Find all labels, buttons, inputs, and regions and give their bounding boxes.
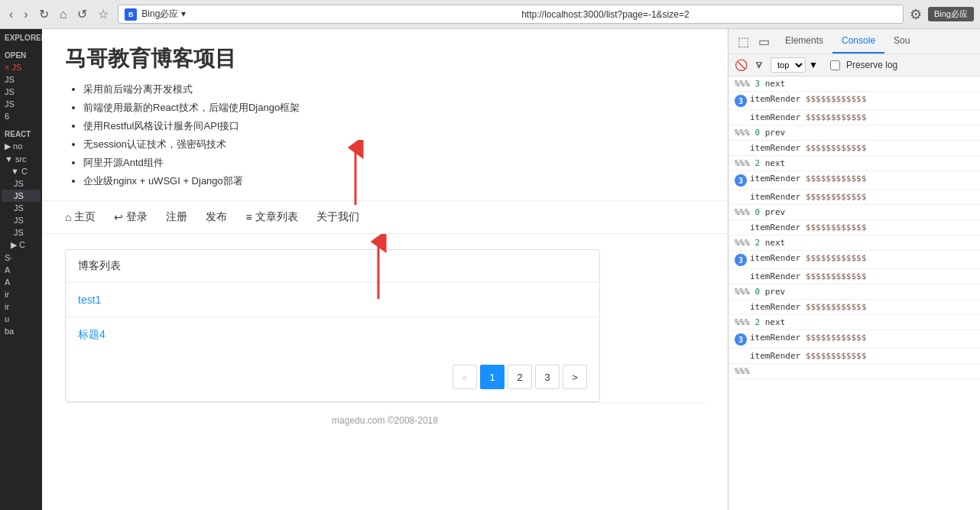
forward-button[interactable]: › xyxy=(21,6,31,23)
preserve-log-checkbox[interactable] xyxy=(830,60,840,70)
nav-register-label: 注册 xyxy=(166,210,187,224)
login-icon: ↩ xyxy=(114,211,123,223)
devtools-device-icon[interactable]: ▭ xyxy=(755,30,773,54)
console-text-12: itemRender $$$$$$$$$$$$ xyxy=(735,271,974,281)
sidebar-item-0[interactable]: × JS xyxy=(2,61,41,73)
sidebar-item-1[interactable]: JS xyxy=(2,73,41,86)
sidebar-item-no[interactable]: ▶ no xyxy=(2,140,41,153)
devtools-select-icon[interactable]: ⬚ xyxy=(735,30,752,54)
console-text-9: itemRender $$$$$$$$$$$$ xyxy=(735,223,974,232)
sidebar-item-a1[interactable]: A xyxy=(2,264,41,276)
webpage-nav: ⌂ 主页 ↩ 登录 注册 发布 ≡ 文章列表 关于我们 xyxy=(42,201,728,234)
sidebar-tree: REACT ▶ no ▼ src ▼ C JS JS JS JS JS ▶ C … xyxy=(0,125,42,340)
blog-item-1: 标题4 xyxy=(66,317,599,352)
webpage-footer: magedu.com ©2008-2018 xyxy=(65,402,705,438)
tab-console[interactable]: Console xyxy=(832,29,884,54)
console-text-3: %%% 0 prev xyxy=(735,128,974,138)
address-prefix: Bing必应 ▾ xyxy=(141,8,517,21)
undo-button[interactable]: ↺ xyxy=(74,5,90,23)
back-button[interactable]: ‹ xyxy=(6,6,16,23)
pagination-next[interactable]: > xyxy=(563,365,587,389)
nav-articles-label: 文章列表 xyxy=(255,210,298,224)
sidebar-item-js5[interactable]: JS xyxy=(2,226,41,239)
nav-buttons: ‹ › ↻ ⌂ ↺ ☆ xyxy=(6,5,112,23)
console-text-0: %%% 3 next xyxy=(735,79,974,89)
feature-item-3: 无session认证技术，强密码技术 xyxy=(83,138,705,151)
extension-icon-button[interactable]: ⚙ xyxy=(910,6,922,23)
console-context-select[interactable]: top xyxy=(771,57,806,73)
sidebar-item-js2[interactable]: JS xyxy=(2,190,41,202)
nav-login[interactable]: ↩ 登录 xyxy=(114,210,148,224)
red-arrow-up-bottom xyxy=(363,234,394,303)
console-row-3: %%% 0 prev xyxy=(729,125,980,141)
sidebar-item-ir1[interactable]: ir xyxy=(2,288,41,300)
sidebar-item-c2[interactable]: ▶ C xyxy=(2,239,41,252)
console-row-13: %%% 0 prev xyxy=(729,284,980,300)
sidebar-item-c1[interactable]: ▼ C xyxy=(2,165,41,177)
console-row-6: 3 itemRender $$$$$$$$$$$$ xyxy=(729,171,980,190)
console-clear-icon[interactable]: 🚫 xyxy=(735,59,748,71)
bing-favicon: B xyxy=(125,8,137,21)
blog-link-0[interactable]: test1 xyxy=(78,294,101,306)
console-filter: top ▼ xyxy=(771,57,818,73)
console-filter-icon[interactable]: ⛛ xyxy=(754,59,764,71)
sidebar-item-u[interactable]: u xyxy=(2,313,41,325)
console-text-1: itemRender $$$$$$$$$$$$ xyxy=(750,94,974,104)
console-row-12: itemRender $$$$$$$$$$$$ xyxy=(729,269,980,284)
console-text-7: itemRender $$$$$$$$$$$$ xyxy=(735,192,974,202)
sidebar-item-3[interactable]: JS xyxy=(2,98,41,110)
console-text-16: itemRender $$$$$$$$$$$$ xyxy=(750,333,974,343)
devtools-panel: ⬚ ▭ Elements Console Sou 🚫 ⛛ top ▼ xyxy=(728,29,980,510)
console-row-15: %%% 2 next xyxy=(729,315,980,330)
sidebar-item-ba[interactable]: ba xyxy=(2,325,41,337)
sidebar-item-js4[interactable]: JS xyxy=(2,214,41,226)
nav-articles[interactable]: ≡ 文章列表 xyxy=(245,210,297,224)
feature-item-5: 企业级nginx + uWSGI + Django部署 xyxy=(83,174,705,188)
console-badge-11: 3 xyxy=(735,254,747,266)
nav-home[interactable]: ⌂ 主页 xyxy=(65,210,96,224)
nav-publish[interactable]: 发布 xyxy=(206,210,227,224)
explorer-label: EXPLORER xyxy=(2,32,41,44)
tab-sources[interactable]: Sou xyxy=(884,29,919,54)
open-label: OPEN xyxy=(2,50,41,61)
console-text-15: %%% 2 next xyxy=(735,317,974,327)
pagination-page-1[interactable]: 1 xyxy=(480,365,505,389)
console-row-2: itemRender $$$$$$$$$$$$ xyxy=(729,110,980,125)
reload-button[interactable]: ↻ xyxy=(36,5,52,23)
home-button[interactable]: ⌂ xyxy=(57,6,70,23)
sidebar-open: OPEN × JS JS JS JS 6 xyxy=(0,47,42,125)
console-text-14: itemRender $$$$$$$$$$$$ xyxy=(735,302,974,312)
sidebar-item-js1[interactable]: JS xyxy=(2,177,41,190)
nav-register[interactable]: 注册 xyxy=(166,210,187,224)
blog-link-1[interactable]: 标题4 xyxy=(78,328,105,340)
sidebar-item-a2[interactable]: A xyxy=(2,276,41,288)
preserve-log-label: Preserve log xyxy=(846,60,897,70)
console-text-11: itemRender $$$$$$$$$$$$ xyxy=(750,253,974,263)
sidebar-item-src[interactable]: ▼ src xyxy=(2,153,41,165)
blog-box: 博客列表 test1 标题4 « 1 2 3 > xyxy=(65,249,600,402)
sidebar-item-4[interactable]: 6 xyxy=(2,110,41,122)
sidebar-item-ir2[interactable]: ir xyxy=(2,300,41,313)
star-button[interactable]: ☆ xyxy=(95,5,112,23)
sidebar-item-js3[interactable]: JS xyxy=(2,202,41,214)
address-bar[interactable]: B Bing必应 ▾ http://localhost:3000/list?pa… xyxy=(118,5,904,24)
console-row-17: itemRender $$$$$$$$$$$$ xyxy=(729,349,980,364)
address-url: http://localhost:3000/list?page=-1&size=… xyxy=(521,9,897,20)
main-layout: EXPLORER OPEN × JS JS JS JS 6 REACT ▶ no… xyxy=(0,29,980,510)
console-badge-6: 3 xyxy=(735,174,747,187)
pagination-page-2[interactable]: 2 xyxy=(508,365,532,389)
devtools-console[interactable]: %%% 3 next 3 itemRender $$$$$$$$$$$$ ite… xyxy=(729,76,980,510)
pagination-prev[interactable]: « xyxy=(453,365,477,389)
tab-elements[interactable]: Elements xyxy=(776,29,832,54)
pagination-page-3[interactable]: 3 xyxy=(535,365,560,389)
red-arrow-up xyxy=(340,140,371,209)
browser-actions: ⚙ Bing必应 xyxy=(910,6,974,23)
console-text-2: itemRender $$$$$$$$$$$$ xyxy=(735,112,974,122)
nav-about-label: 关于我们 xyxy=(316,210,359,224)
blog-item-0: test1 xyxy=(66,283,599,317)
console-text-13: %%% 0 prev xyxy=(735,287,974,297)
nav-about[interactable]: 关于我们 xyxy=(316,210,359,224)
sidebar-item-2[interactable]: JS xyxy=(2,86,41,98)
sidebar-item-s[interactable]: S· xyxy=(2,252,41,264)
feature-item-4: 阿里开源Antd组件 xyxy=(83,156,705,170)
